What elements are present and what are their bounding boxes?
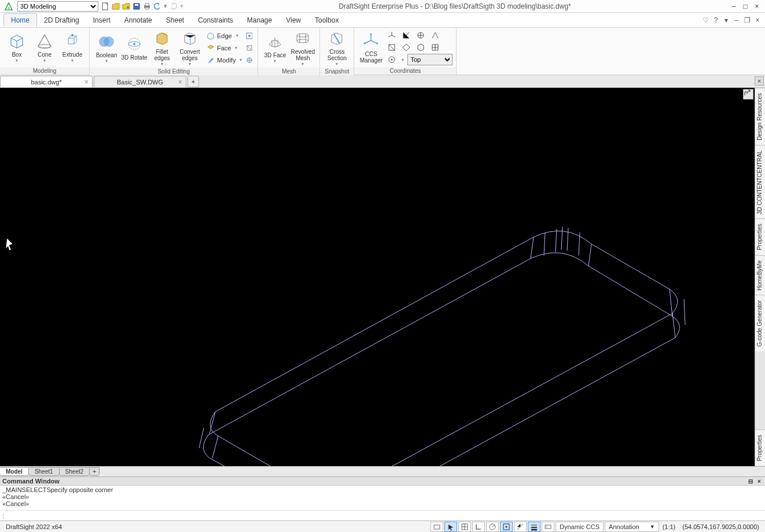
heart-icon[interactable]: ♡: [701, 16, 709, 24]
convert-edges-button[interactable]: Convert edges▾: [176, 29, 203, 66]
edge-button[interactable]: Edge▾: [204, 30, 244, 42]
file-tab-basic-sw[interactable]: Basic_SW.DWG ×: [94, 76, 186, 87]
modify-button[interactable]: Modify▾: [204, 54, 244, 66]
tab-home[interactable]: Home: [3, 13, 37, 27]
status-polar-icon[interactable]: [486, 522, 499, 532]
revolved-icon: [293, 29, 312, 47]
status-grid-icon[interactable]: [458, 522, 471, 532]
maximize-button[interactable]: □: [741, 2, 750, 11]
status-toggle-1[interactable]: [431, 522, 443, 532]
status-esnap-icon[interactable]: [500, 522, 513, 532]
ribbon-tabs: Home 2D Drafting Insert Annotate Sheet C…: [0, 13, 765, 28]
command-window-header[interactable]: Command Window ⊟ ×: [0, 476, 765, 486]
face-button[interactable]: Face▾: [204, 42, 244, 54]
revolved-mesh-button[interactable]: Revolved Mesh▾: [289, 29, 316, 66]
tab-sheet[interactable]: Sheet: [159, 14, 191, 27]
undo-icon[interactable]: [153, 2, 162, 11]
3d-face-button[interactable]: 3D Face▾: [262, 32, 288, 64]
ccs-view4-icon[interactable]: [429, 42, 442, 53]
tab-toolbox[interactable]: Toolbox: [308, 14, 345, 27]
cone-icon: [35, 32, 54, 50]
edge-tool-1-icon[interactable]: [244, 30, 254, 42]
svg-point-7: [38, 45, 51, 48]
tab-manage[interactable]: Manage: [240, 14, 279, 27]
cmdwin-close-icon[interactable]: ×: [756, 478, 763, 485]
extrude-button[interactable]: Extrude▾: [59, 32, 86, 63]
new-file-icon[interactable]: [101, 2, 110, 11]
svg-point-12: [133, 43, 135, 45]
close-button[interactable]: ×: [752, 2, 762, 11]
status-ortho-icon[interactable]: [472, 522, 485, 532]
ccs-axis1-icon[interactable]: [385, 29, 398, 41]
panel-3d-contentcentral[interactable]: 3D CONTENTCENTRAL: [755, 145, 765, 219]
panel-properties[interactable]: Properties: [755, 219, 765, 255]
ccs-origin-dd-icon[interactable]: ▾: [400, 54, 406, 65]
ccs-view1-icon[interactable]: [385, 42, 398, 53]
scale-ratio: (1:1): [660, 523, 678, 530]
status-cursor-icon[interactable]: [444, 522, 457, 532]
cross-section-button[interactable]: Cross Section▾: [323, 29, 350, 66]
panel-properties-2[interactable]: Properties: [755, 430, 765, 466]
box-button[interactable]: Box▾: [3, 32, 30, 63]
help-icon[interactable]: ?: [712, 16, 720, 24]
print-icon[interactable]: [142, 2, 152, 11]
edge-tool-2-icon[interactable]: [244, 42, 254, 54]
workspace-select[interactable]: 3D Modeling: [17, 1, 98, 12]
viewport-restore-icon[interactable]: [743, 89, 753, 99]
add-tab-button[interactable]: +: [187, 76, 199, 87]
doc-close-button[interactable]: ×: [753, 16, 762, 24]
fillet-edges-button[interactable]: Fillet edges▾: [149, 29, 175, 66]
tab-constraints[interactable]: Constraints: [191, 14, 240, 27]
sheet-tab-add[interactable]: +: [89, 467, 100, 476]
status-qinput-icon[interactable]: [542, 522, 554, 532]
close-tab-icon[interactable]: ×: [178, 78, 182, 86]
sheet-tab-1[interactable]: Sheet1: [28, 467, 60, 476]
redo-dropdown-icon[interactable]: ▾: [179, 2, 184, 11]
cone-button[interactable]: Cone▾: [31, 32, 58, 63]
ccs-origin-icon[interactable]: [385, 54, 398, 65]
ccs-named-select[interactable]: Top: [407, 54, 453, 65]
close-tab-icon[interactable]: ×: [84, 78, 89, 86]
sheet-tab-2[interactable]: Sheet2: [59, 467, 90, 476]
3d-rotate-button[interactable]: 3D Rotate: [121, 35, 148, 61]
ccs-axis3-icon[interactable]: [414, 29, 427, 41]
edge-tool-3-icon[interactable]: [244, 54, 254, 66]
panel-close-icon[interactable]: ×: [755, 76, 764, 86]
file-tab-basic[interactable]: basic.dwg* ×: [0, 76, 93, 87]
tab-view[interactable]: View: [279, 14, 308, 27]
status-lineweight-icon[interactable]: [528, 522, 540, 532]
svg-point-20: [364, 43, 366, 45]
dynamic-ccs-toggle[interactable]: Dynamic CCS: [556, 522, 604, 532]
ccs-view2-icon[interactable]: [400, 42, 413, 53]
tab-annotate[interactable]: Annotate: [117, 14, 159, 27]
boolean-button[interactable]: Boolean▾: [93, 32, 120, 64]
svg-point-18: [370, 34, 372, 35]
status-etrack-icon[interactable]: [514, 522, 527, 532]
sheet-tab-model[interactable]: Model: [0, 467, 29, 476]
coordinates-readout: (54.0574,167.9025,0.0000): [679, 523, 763, 530]
viewport[interactable]: X Y Z: [0, 88, 755, 466]
redo-icon[interactable]: [169, 2, 178, 11]
cmdwin-pin-icon[interactable]: ⊟: [747, 478, 754, 485]
doc-restore-button[interactable]: ❐: [743, 16, 751, 24]
tab-2d-drafting[interactable]: 2D Drafting: [37, 14, 86, 27]
ccs-axis2-icon[interactable]: [400, 29, 413, 41]
tab-insert[interactable]: Insert: [86, 14, 117, 27]
panel-gcode-generator[interactable]: G-code Generator: [755, 295, 765, 352]
ccs-axis4-icon[interactable]: [429, 29, 442, 41]
ccs-manager-button[interactable]: CCS Manager: [358, 31, 384, 64]
panel-design-resources[interactable]: Design Resources: [755, 88, 765, 145]
save-icon[interactable]: [132, 2, 141, 11]
open-file2-icon[interactable]: [122, 2, 131, 11]
open-file-icon[interactable]: [111, 2, 120, 11]
doc-minimize-button[interactable]: –: [733, 16, 741, 24]
ribbon-group-mesh: 3D Face▾ Revolved Mesh▾ Mesh: [258, 28, 320, 75]
panel-homebyme[interactable]: HomeByMe: [755, 255, 765, 295]
undo-dropdown-icon[interactable]: ▾: [163, 2, 168, 11]
command-window-input[interactable]: :: [0, 510, 765, 520]
annotation-scale-combo[interactable]: Annotation▼: [605, 522, 659, 532]
svg-point-24: [391, 59, 393, 61]
minimize-button[interactable]: –: [729, 2, 738, 11]
help-dropdown-icon[interactable]: ▾: [722, 16, 730, 24]
ccs-view3-icon[interactable]: [414, 42, 427, 53]
